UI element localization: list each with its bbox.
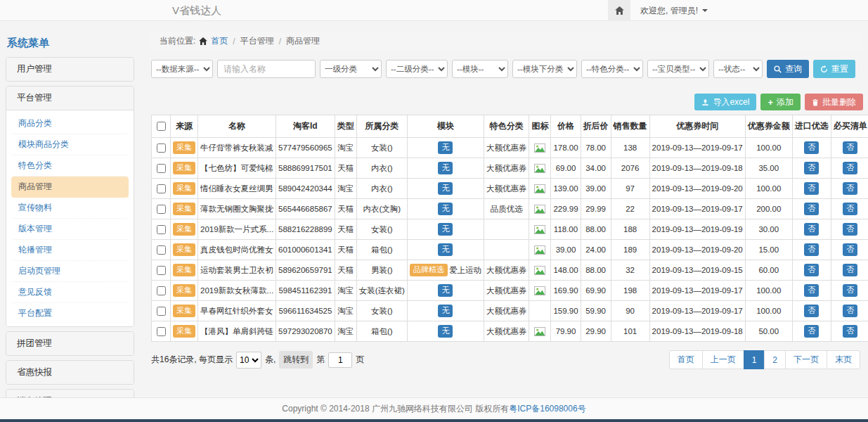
imported-toggle[interactable]: 否 bbox=[804, 243, 819, 256]
type-cell: 淘宝 bbox=[335, 301, 356, 321]
icon-cell bbox=[529, 199, 551, 219]
must-buy-toggle[interactable]: 否 bbox=[843, 223, 857, 236]
level1-category-select[interactable]: 一级分类 bbox=[320, 60, 382, 78]
must-buy-toggle-cell: 否 bbox=[831, 219, 868, 240]
feature-cell bbox=[484, 219, 529, 240]
sidebar-item-宣传物料[interactable]: 宣传物料 bbox=[11, 198, 129, 219]
item-type-select[interactable]: --宝贝类型-- bbox=[647, 60, 709, 78]
coupon-amount-cell: 100.00 bbox=[745, 301, 792, 321]
imported-toggle[interactable]: 否 bbox=[804, 203, 819, 215]
row-checkbox[interactable] bbox=[157, 143, 166, 153]
source-select[interactable]: --数据来源-- bbox=[151, 60, 213, 78]
thumbnail-icon bbox=[534, 245, 545, 255]
imported-toggle-cell: 否 bbox=[792, 158, 831, 179]
feature-category-select[interactable]: --特色分类-- bbox=[581, 60, 643, 78]
row-checkbox[interactable] bbox=[157, 286, 166, 295]
sidebar-group-用户管理[interactable]: 用户管理 bbox=[6, 58, 134, 81]
sidebar-item-特色分类[interactable]: 特色分类 bbox=[11, 155, 129, 177]
row-checkbox[interactable] bbox=[157, 225, 166, 234]
sidebar-item-商品分类[interactable]: 商品分类 bbox=[11, 113, 129, 134]
sidebar-item-启动页管理[interactable]: 启动页管理 bbox=[11, 261, 129, 282]
module-badge: 无 bbox=[438, 141, 453, 154]
imported-toggle[interactable]: 否 bbox=[804, 223, 819, 236]
jump-page-input[interactable] bbox=[328, 352, 352, 368]
level2-category-select[interactable]: --二级分类-- bbox=[386, 60, 448, 78]
must-buy-toggle[interactable]: 否 bbox=[843, 203, 857, 215]
imported-toggle[interactable]: 否 bbox=[804, 284, 819, 297]
discount-price-cell: 24.00 bbox=[581, 240, 611, 260]
imported-toggle[interactable]: 否 bbox=[804, 305, 819, 317]
row-checkbox[interactable] bbox=[157, 245, 166, 255]
breadcrumb-home-link[interactable]: 首页 bbox=[211, 35, 228, 47]
row-checkbox[interactable] bbox=[157, 184, 166, 193]
imported-toggle[interactable]: 否 bbox=[804, 182, 819, 195]
name-cell: 【港风】单肩斜跨链条... bbox=[198, 321, 276, 342]
sidebar-item-模块商品分类[interactable]: 模块商品分类 bbox=[11, 134, 129, 155]
feature-cell: 大额优惠券 bbox=[484, 179, 529, 199]
add-button[interactable]: + 添加 bbox=[760, 94, 801, 110]
imported-toggle[interactable]: 否 bbox=[804, 162, 819, 174]
page-button-2[interactable]: 2 bbox=[764, 350, 786, 369]
row-checkbox[interactable] bbox=[157, 164, 166, 173]
must-buy-toggle[interactable]: 否 bbox=[843, 284, 857, 297]
import-excel-button[interactable]: 导入excel bbox=[694, 94, 756, 110]
imported-toggle[interactable]: 否 bbox=[804, 325, 819, 338]
sales-cell: 189 bbox=[611, 240, 649, 260]
source-cell: 采集 bbox=[171, 219, 198, 240]
icp-link[interactable]: 粤ICP备16098006号 bbox=[509, 403, 585, 415]
search-button[interactable]: 查询 bbox=[767, 60, 809, 78]
page-button-下一页[interactable]: 下一页 bbox=[785, 350, 827, 369]
user-menu[interactable]: 欢迎您, 管理员! bbox=[640, 5, 708, 17]
must-buy-toggle[interactable]: 否 bbox=[843, 182, 857, 195]
sidebar-item-平台配置[interactable]: 平台配置 bbox=[11, 303, 129, 324]
must-buy-toggle[interactable]: 否 bbox=[843, 141, 857, 154]
home-button[interactable] bbox=[608, 0, 630, 21]
sidebar-submenu: 商品分类模块商品分类特色分类商品管理宣传物料版本管理轮播管理启动页管理意见反馈平… bbox=[6, 110, 134, 326]
table-actions: 导入excel + 添加 批量删除 bbox=[151, 94, 863, 110]
sidebar-item-意见反馈[interactable]: 意见反馈 bbox=[11, 282, 129, 303]
must-buy-toggle[interactable]: 否 bbox=[843, 305, 857, 317]
must-buy-toggle-cell: 否 bbox=[831, 240, 868, 260]
imported-toggle[interactable]: 否 bbox=[804, 141, 819, 154]
sidebar-item-商品管理[interactable]: 商品管理 bbox=[11, 177, 129, 198]
page-button-首页[interactable]: 首页 bbox=[669, 350, 703, 369]
imported-toggle-cell: 否 bbox=[792, 281, 831, 301]
thumbnail-icon bbox=[534, 164, 545, 173]
must-buy-toggle[interactable]: 否 bbox=[843, 264, 857, 276]
module-cell: 无 bbox=[407, 301, 484, 321]
sidebar-group-平台管理[interactable]: 平台管理 bbox=[6, 87, 134, 110]
discount-price-cell: 78.00 bbox=[581, 138, 611, 158]
jump-button[interactable]: 跳转到 bbox=[279, 351, 313, 369]
sidebar-group-省惠快报[interactable]: 省惠快报 bbox=[6, 361, 134, 384]
sidebar-group-拼团管理[interactable]: 拼团管理 bbox=[6, 332, 134, 355]
imported-toggle[interactable]: 否 bbox=[804, 264, 819, 276]
breadcrumb-item: 商品管理 bbox=[286, 35, 320, 47]
sidebar-item-轮播管理[interactable]: 轮播管理 bbox=[11, 240, 129, 261]
module-select[interactable]: --模块-- bbox=[452, 60, 508, 78]
status-select[interactable]: --状态-- bbox=[713, 60, 763, 78]
price-cell: 148.00 bbox=[551, 260, 581, 281]
per-page-select[interactable]: 10 bbox=[236, 352, 261, 369]
select-all-checkbox[interactable] bbox=[157, 122, 166, 131]
sales-cell: 198 bbox=[611, 281, 649, 301]
must-buy-toggle[interactable]: 否 bbox=[843, 162, 857, 174]
page-button-1[interactable]: 1 bbox=[744, 350, 765, 369]
must-buy-toggle[interactable]: 否 bbox=[843, 325, 857, 338]
page-button-上一页[interactable]: 上一页 bbox=[702, 350, 744, 369]
batch-delete-button[interactable]: 批量删除 bbox=[805, 94, 863, 110]
taoke-id-cell: 597293020870 bbox=[276, 321, 335, 342]
module-sub-select[interactable]: --模块下分类-- bbox=[512, 60, 577, 78]
reset-button[interactable]: 重置 bbox=[813, 60, 855, 78]
sidebar-item-版本管理[interactable]: 版本管理 bbox=[11, 219, 129, 240]
coupon-time-cell: 2019-09-13—2019-09-20 bbox=[649, 240, 745, 260]
page-button-末页[interactable]: 末页 bbox=[827, 350, 860, 369]
name-cell: 情侣睡衣女夏丝绸男士... bbox=[198, 179, 276, 199]
row-checkbox[interactable] bbox=[157, 307, 166, 316]
must-buy-toggle[interactable]: 否 bbox=[843, 243, 857, 256]
product-name: 运动套装男士卫衣初秋... bbox=[200, 265, 273, 276]
row-checkbox[interactable] bbox=[157, 205, 166, 214]
row-checkbox[interactable] bbox=[157, 266, 166, 275]
row-checkbox[interactable] bbox=[157, 327, 166, 336]
name-input[interactable] bbox=[217, 60, 316, 78]
module-badge: 品牌精选 bbox=[410, 264, 448, 276]
